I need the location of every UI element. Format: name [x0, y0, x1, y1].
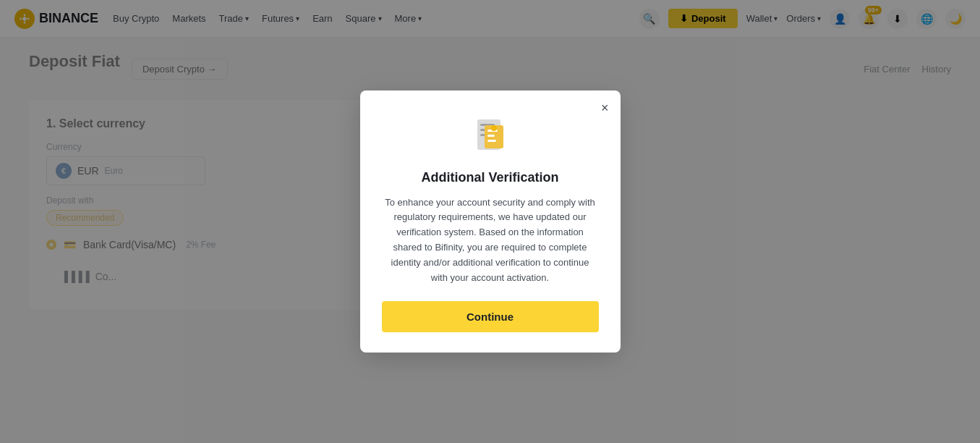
modal-overlay: × Additional Verification To enhance you…: [0, 0, 980, 443]
modal-body: To enhance your account security and com…: [382, 195, 599, 286]
modal-title: Additional Verification: [382, 170, 599, 185]
svg-point-9: [491, 125, 497, 131]
verification-icon: [467, 112, 514, 159]
modal-close-button[interactable]: ×: [601, 101, 609, 116]
modal-icon-wrap: [382, 112, 599, 159]
modal-continue-button[interactable]: Continue: [382, 301, 599, 332]
svg-rect-8: [487, 140, 496, 142]
modal: × Additional Verification To enhance you…: [360, 90, 621, 353]
svg-rect-7: [487, 135, 495, 137]
